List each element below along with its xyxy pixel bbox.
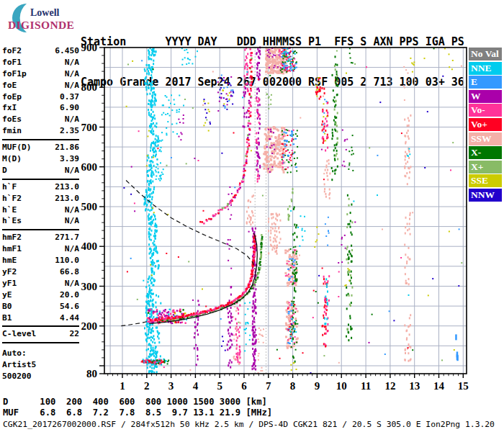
- legend-item-x: X-: [469, 146, 502, 159]
- svg-text:200: 200: [81, 320, 98, 332]
- svg-text:12: 12: [384, 380, 395, 392]
- ionogram-viewer: Lowell DIGISONDE Station YYYY DAY DDD HH…: [0, 0, 504, 432]
- echo-legend: No ValNNEEWVo-Vo+SSWX-X+SSENNW: [469, 48, 502, 203]
- legend-item-vo: Vo-: [469, 104, 502, 117]
- svg-text:3: 3: [168, 380, 174, 392]
- svg-text:600: 600: [81, 161, 98, 173]
- legend-item-sse: SSE: [469, 174, 502, 187]
- svg-text:6: 6: [241, 380, 247, 392]
- svg-text:8: 8: [290, 380, 296, 392]
- legend-item-x: X+: [469, 161, 502, 174]
- svg-text:400: 400: [81, 240, 98, 252]
- svg-text:500: 500: [81, 201, 98, 212]
- svg-text:7: 7: [266, 380, 271, 392]
- legend-item-w: W: [469, 90, 502, 103]
- svg-text:5: 5: [217, 380, 222, 392]
- svg-text:800: 800: [81, 81, 98, 93]
- svg-text:15: 15: [458, 380, 469, 392]
- svg-text:10: 10: [336, 380, 347, 392]
- svg-text:11: 11: [361, 380, 371, 392]
- svg-text:14: 14: [433, 380, 445, 392]
- svg-text:1: 1: [120, 380, 125, 392]
- svg-text:300: 300: [81, 281, 98, 292]
- source-line: CGK21_2017267002000.RSF / 284fx512h 50 k…: [3, 419, 495, 429]
- svg-text:700: 700: [81, 122, 98, 133]
- svg-text:13: 13: [409, 380, 420, 392]
- legend-item-nnw: NNW: [469, 189, 502, 202]
- legend-item-noval: No Val: [469, 48, 502, 60]
- muf-row: MUF 6.8 6.8 7.2 7.8 8.5 9.7 13.1 21.9 [M…: [3, 408, 272, 418]
- legend-item-vo: Vo+: [469, 118, 502, 131]
- legend-item-e: E: [469, 76, 502, 89]
- svg-text:80: 80: [86, 368, 97, 379]
- svg-text:9: 9: [315, 380, 320, 392]
- legend-item-nne: NNE: [469, 62, 502, 75]
- svg-text:2: 2: [144, 380, 150, 392]
- svg-text:900: 900: [81, 42, 98, 53]
- distance-row: D 100 200 400 600 800 1000 1500 3000 [km…: [3, 397, 272, 408]
- svg-text:4: 4: [193, 380, 199, 392]
- ionogram-plot: 1234567891011121314159008007006005004003…: [0, 0, 504, 432]
- legend-item-ssw: SSW: [469, 132, 502, 145]
- muf-table: D 100 200 400 600 800 1000 1500 3000 [km…: [3, 397, 272, 418]
